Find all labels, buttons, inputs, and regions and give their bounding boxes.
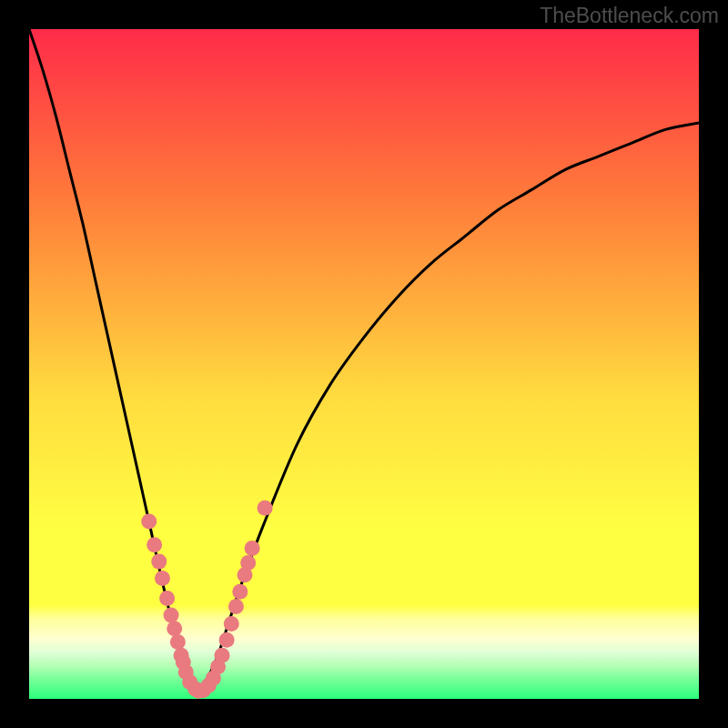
sample-dot	[159, 591, 175, 606]
sample-dot	[258, 500, 273, 516]
sample-dot	[167, 621, 182, 636]
sample-dot	[245, 541, 260, 556]
sample-dot	[214, 648, 229, 663]
sample-dot	[164, 608, 179, 623]
sample-dot	[224, 616, 239, 632]
plot-svg	[29, 29, 699, 699]
sample-dot	[141, 513, 157, 529]
sample-dot	[155, 571, 170, 586]
sample-dot	[170, 634, 186, 650]
sample-dot	[232, 584, 248, 600]
chart-frame: TheBottleneck.com	[0, 0, 728, 728]
sample-dot	[228, 599, 244, 614]
sample-dot	[151, 554, 167, 570]
watermark-text: TheBottleneck.com	[540, 4, 719, 28]
sample-dot	[240, 555, 256, 571]
sample-dot	[147, 537, 162, 552]
plot-area	[29, 29, 699, 699]
gradient-background	[29, 29, 699, 699]
sample-dot	[219, 632, 235, 648]
